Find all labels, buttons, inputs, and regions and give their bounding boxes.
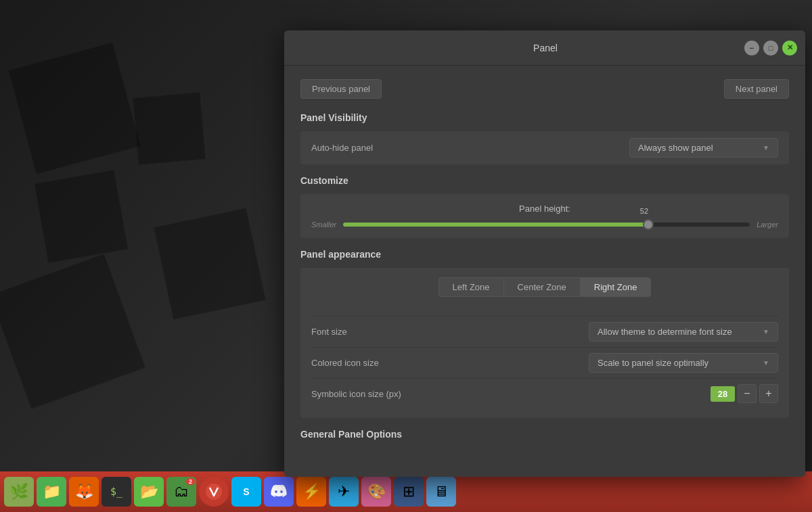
dialog-content: Previous panel Next panel Panel Visibili… [284, 66, 805, 477]
taskbar-vivaldi[interactable] [199, 477, 229, 507]
dialog-window: Panel − □ ✕ Previous panel Next panel Pa… [284, 30, 805, 477]
previous-panel-button[interactable]: Previous panel [300, 79, 382, 99]
taskbar-terminal[interactable]: $_ [102, 477, 131, 507]
colored-icon-value: Scale to panel size optimally [597, 358, 708, 368]
window-controls: − □ ✕ [744, 41, 797, 55]
appearance-section: Left Zone Center Zone Right Zone Font si… [300, 268, 789, 418]
symbolic-icon-label: Symbolic icon size (px) [311, 389, 710, 399]
minimize-button[interactable]: − [744, 41, 759, 55]
taskbar-window-manager[interactable]: ⊞ [394, 477, 424, 507]
font-size-label: Font size [311, 327, 589, 337]
taskbar-paint[interactable]: 🎨 [361, 477, 391, 507]
taskbar-discord[interactable] [264, 477, 294, 507]
taskbar-feedly[interactable]: ⚡ [296, 477, 326, 507]
symbolic-icon-increment[interactable]: + [759, 384, 778, 403]
visibility-section: Auto-hide panel Always show panel ▼ [300, 131, 789, 164]
colored-icon-dropdown[interactable]: Scale to panel size optimally ▼ [589, 353, 778, 373]
background-decoration [0, 0, 284, 471]
font-size-control: Allow theme to determine font size ▼ [589, 322, 778, 342]
zone-tabs: Left Zone Center Zone Right Zone [438, 277, 652, 297]
taskbar-skype[interactable]: S [231, 477, 261, 507]
panel-height-section: Panel height: Smaller 52 Larger [300, 194, 789, 238]
symbolic-icon-row: Symbolic icon size (px) 28 − + [311, 378, 778, 409]
slider-thumb[interactable]: 52 [643, 219, 654, 230]
autohide-dropdown-value: Always show panel [638, 143, 713, 153]
titlebar: Panel − □ ✕ [284, 30, 805, 66]
tab-left-zone[interactable]: Left Zone [438, 277, 503, 297]
taskbar: 🌿 📁 🦊 $_ 📂 🗂 2 S ⚡ ✈ 🎨 ⊞ 🖥 [0, 471, 812, 512]
slider-fill [343, 223, 648, 227]
maximize-button[interactable]: □ [763, 41, 778, 55]
svg-text:S: S [243, 486, 249, 497]
panel-height-slider[interactable]: 52 [343, 223, 750, 227]
font-size-value: Allow theme to determine font size [597, 327, 732, 337]
slider-row: Smaller 52 Larger [311, 220, 778, 229]
taskbar-firefox[interactable]: 🦊 [69, 477, 99, 507]
autohide-row: Auto-hide panel Always show panel ▼ [300, 131, 789, 164]
slider-smaller-label: Smaller [311, 220, 336, 229]
visibility-section-header: Panel Visibility [300, 112, 789, 123]
colored-icon-row: Colored icon size Scale to panel size op… [311, 347, 778, 378]
taskbar-files-home[interactable]: 📁 [37, 477, 66, 507]
taskbar-mint-menu[interactable]: 🌿 [4, 477, 34, 507]
symbolic-icon-value: 28 [710, 386, 735, 402]
taskbar-finder[interactable]: 🖥 [426, 477, 456, 507]
tab-right-zone[interactable]: Right Zone [580, 277, 652, 297]
colored-icon-control: Scale to panel size optimally ▼ [589, 353, 778, 373]
slider-larger-label: Larger [757, 220, 778, 229]
taskbar-telegram[interactable]: ✈ [329, 477, 359, 507]
dialog-title: Panel [346, 43, 744, 53]
dropdown-arrow-icon: ▼ [763, 144, 769, 152]
taskbar-files-manager2[interactable]: 🗂 2 [166, 477, 196, 507]
autohide-label: Auto-hide panel [311, 143, 629, 153]
font-size-row: Font size Allow theme to determine font … [311, 316, 778, 347]
general-section-header: General Panel Options [300, 429, 789, 440]
colored-icon-label: Colored icon size [311, 358, 589, 368]
symbolic-icon-decrement[interactable]: − [738, 384, 757, 403]
symbolic-icon-control: 28 − + [710, 384, 778, 403]
nav-buttons: Previous panel Next panel [300, 79, 789, 99]
taskbar-files-manager[interactable]: 📂 [134, 477, 164, 507]
appearance-section-header: Panel appearance [300, 249, 789, 260]
colored-icon-arrow-icon: ▼ [763, 359, 769, 367]
close-button[interactable]: ✕ [782, 41, 797, 55]
tab-center-zone[interactable]: Center Zone [503, 277, 580, 297]
svg-point-0 [206, 484, 222, 500]
customize-section-header: Customize [300, 175, 789, 186]
font-size-dropdown[interactable]: Allow theme to determine font size ▼ [589, 322, 778, 342]
next-panel-button[interactable]: Next panel [724, 79, 789, 99]
panel-height-label: Panel height: [311, 204, 778, 214]
slider-value: 52 [640, 207, 648, 215]
font-size-arrow-icon: ▼ [763, 328, 769, 335]
autohide-dropdown[interactable]: Always show panel ▼ [629, 138, 778, 158]
